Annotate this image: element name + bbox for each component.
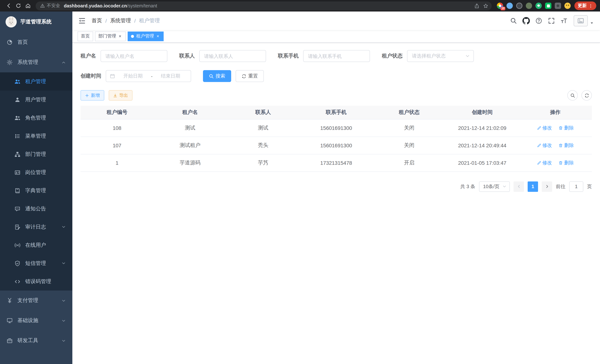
browser-back-button[interactable] — [4, 1, 13, 10]
col-actions: 操作 — [519, 106, 592, 119]
sidebar-item-dev-tools[interactable]: 研发工具 — [0, 331, 72, 351]
refresh-table-button[interactable] — [581, 90, 592, 101]
sidebar-item-infrastructure[interactable]: 基础设施 — [0, 311, 72, 331]
font-size-button[interactable] — [558, 15, 570, 27]
sidebar-item-error-code-management[interactable]: 错误码管理 — [0, 272, 72, 290]
sidebar-item-role-management[interactable]: 角色管理 — [0, 109, 72, 127]
next-page-button[interactable] — [542, 181, 552, 192]
sidebar-item-dict-management[interactable]: 字典管理 — [0, 181, 72, 200]
sidebar-item-sms-management[interactable]: 短信管理 — [0, 254, 72, 272]
devtools-box-icon — [7, 338, 13, 344]
total-count: 共 3 条 — [460, 183, 475, 190]
edit-pencil-icon — [537, 126, 541, 130]
cell-status: 关闭 — [373, 119, 446, 137]
toggle-search-button[interactable] — [567, 90, 578, 101]
tab-close-icon[interactable] — [155, 34, 160, 38]
phone-input[interactable] — [303, 50, 370, 62]
delete-link[interactable]: 删除 — [559, 159, 574, 166]
extension-icon-5[interactable] — [535, 3, 542, 9]
share-button[interactable] — [472, 1, 481, 10]
extension-icon-4[interactable] — [526, 3, 532, 9]
sidebar-item-online-users[interactable]: 在线用户 — [0, 236, 72, 254]
cell-created-at: 2021-01-05 17:03:47 — [446, 154, 519, 171]
calendar-icon — [110, 74, 115, 79]
create-time-range-picker[interactable]: 开始日期 - 结束日期 — [106, 70, 191, 82]
sidebar-item-payment-management[interactable]: 支付管理 — [0, 290, 72, 311]
tab-dept-management[interactable]: 部门管理 — [95, 31, 126, 41]
app-logo[interactable]: 芋道管理系统 — [0, 11, 72, 32]
search-button[interactable]: 搜索 — [203, 70, 231, 82]
trash-icon — [559, 126, 563, 130]
help-button[interactable] — [533, 15, 545, 27]
url-host: dashboard.yudao.iocoder.cn — [64, 3, 127, 8]
cell-phone: 17321315478 — [300, 154, 373, 171]
chrome-update-button[interactable]: 更新 — [574, 1, 596, 10]
sidebar-item-notice[interactable]: 通知公告 — [0, 200, 72, 218]
goto-page-input[interactable] — [569, 181, 583, 192]
cell-created-at: 2021-12-14 20:49:44 — [446, 137, 519, 154]
extension-icon-6[interactable] — [545, 3, 551, 9]
address-bar[interactable]: 不安全 dashboard.yudao.iocoder.cn/system/te… — [36, 1, 492, 10]
date-separator: - — [150, 73, 154, 79]
breadcrumb-system[interactable]: 系统管理 — [110, 18, 131, 24]
reset-button[interactable]: 重置 — [236, 70, 264, 82]
sidebar-toggle-button[interactable] — [78, 17, 86, 25]
table-row: 108 测试 测试 15601691300 关闭 2021-12-14 21:0… — [81, 119, 592, 137]
cell-actions: 修改 删除 — [519, 119, 592, 137]
sidebar-item-dept-management[interactable]: 部门管理 — [0, 145, 72, 163]
download-icon — [113, 93, 117, 97]
extension-icon-2[interactable] — [506, 3, 513, 9]
security-chip[interactable]: 不安全 — [40, 3, 60, 9]
contact-input[interactable] — [199, 50, 266, 62]
extension-icon-1[interactable]: 10 — [497, 3, 503, 9]
delete-link[interactable]: 删除 — [559, 124, 574, 131]
add-button[interactable]: 新增 — [81, 90, 104, 101]
sidebar-item-post-management[interactable]: 岗位管理 — [0, 163, 72, 181]
sidebar-item-tenant-management[interactable]: 租户管理 — [0, 72, 72, 91]
page-size-select[interactable]: 10条/页 — [479, 181, 510, 192]
font-size-icon — [561, 18, 567, 24]
browser-home-button[interactable] — [23, 1, 33, 10]
chevron-up-icon — [62, 60, 66, 64]
export-button[interactable]: 导出 — [109, 90, 132, 101]
tabs-bar: 首页 部门管理 租户管理 — [72, 30, 600, 43]
tab-home[interactable]: 首页 — [77, 31, 93, 41]
extension-icon-8[interactable] — [564, 3, 571, 9]
avatar[interactable] — [574, 15, 588, 26]
edit-link[interactable]: 修改 — [537, 124, 552, 131]
header-search-button[interactable] — [508, 15, 519, 27]
tenant-status-select[interactable]: 请选择租户状态 — [407, 50, 474, 62]
delete-link[interactable]: 删除 — [559, 142, 574, 149]
date-end-placeholder: 结束日期 — [154, 73, 187, 79]
sidebar-item-audit-log[interactable]: 审计日志 — [0, 218, 72, 236]
search-icon — [570, 93, 575, 98]
bookmark-button[interactable] — [481, 1, 490, 10]
back-icon — [6, 3, 11, 9]
user-menu-caret[interactable] — [590, 21, 594, 25]
extension-icon-3[interactable] — [516, 3, 523, 9]
edit-pencil-icon — [537, 143, 541, 148]
tenant-name-input[interactable] — [101, 50, 167, 62]
breadcrumb-separator: / — [134, 18, 136, 24]
search-icon — [209, 74, 214, 78]
browser-toolbar: 不安全 dashboard.yudao.iocoder.cn/system/te… — [0, 0, 600, 11]
github-button[interactable] — [520, 15, 532, 27]
tab-tenant-management[interactable]: 租户管理 — [128, 31, 164, 41]
breadcrumb-home[interactable]: 首页 — [92, 18, 102, 24]
cell-status: 开启 — [373, 154, 446, 171]
filter-contact: 联系人 — [179, 50, 266, 62]
extension-icon-7[interactable] — [555, 3, 561, 9]
edit-link[interactable]: 修改 — [537, 142, 552, 149]
page-number-button[interactable]: 1 — [528, 181, 538, 192]
notice-chat-icon — [14, 206, 20, 212]
sidebar-item-user-management[interactable]: 用户管理 — [0, 91, 72, 109]
fullscreen-button[interactable] — [545, 15, 557, 27]
sidebar-item-system-management[interactable]: 系统管理 — [0, 52, 72, 72]
browser-reload-button[interactable] — [13, 1, 23, 10]
col-tenant-name: 租户名 — [154, 106, 227, 119]
tab-close-icon[interactable] — [118, 34, 122, 38]
prev-page-button[interactable] — [514, 181, 524, 192]
sidebar-item-menu-management[interactable]: 菜单管理 — [0, 127, 72, 145]
edit-link[interactable]: 修改 — [537, 159, 552, 166]
sidebar-item-home[interactable]: 首页 — [0, 32, 72, 52]
